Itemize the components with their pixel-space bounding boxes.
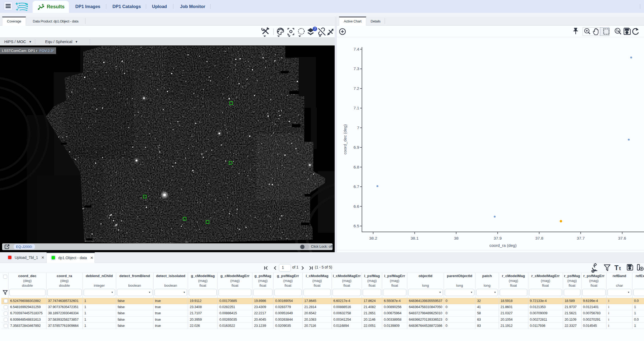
svg-text:6.6: 6.6 [353,204,359,209]
svg-text:6.9: 6.9 [353,145,359,150]
svg-text:7: 7 [357,125,359,130]
svg-text:37.7: 37.7 [577,236,585,240]
svg-text:38.1: 38.1 [411,236,419,240]
svg-text:6.5: 6.5 [353,224,359,228]
svg-text:37.9: 37.9 [494,236,502,240]
svg-text:7.1: 7.1 [353,106,359,110]
svg-text:37.6: 37.6 [618,236,626,240]
svg-text:T: T [614,264,618,271]
svg-text:7.3: 7.3 [353,66,359,71]
svg-text:coord_ra (deg): coord_ra (deg) [489,243,517,248]
svg-text:7.2: 7.2 [353,86,359,91]
svg-text:6.8: 6.8 [353,165,359,169]
svg-text:6.7: 6.7 [353,184,359,189]
svg-text:7: 7 [314,27,316,31]
svg-text:37.8: 37.8 [535,236,543,240]
svg-text:t: t [619,266,621,271]
svg-text:coord_dec (deg): coord_dec (deg) [343,124,347,155]
svg-text:38.2: 38.2 [369,236,377,240]
svg-text:38: 38 [454,236,458,240]
svg-text:7.4: 7.4 [353,47,359,51]
